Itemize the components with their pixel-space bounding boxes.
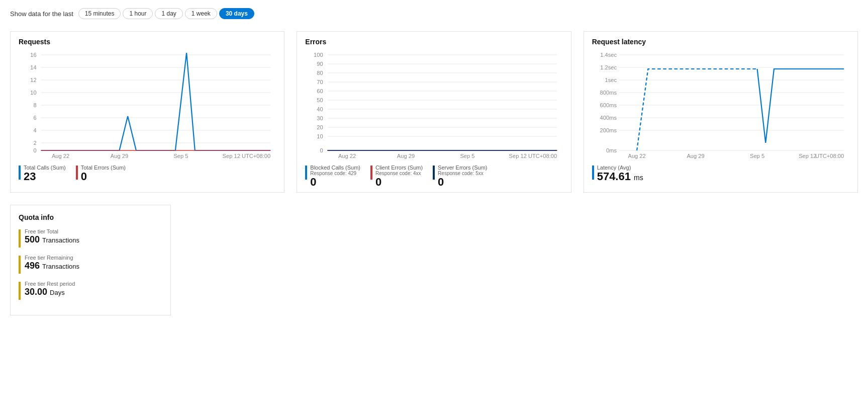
errors-title: Errors — [305, 38, 562, 46]
errors-svg: 0 10 20 30 40 50 60 70 80 90 100 Aug 22 … — [305, 50, 562, 160]
svg-text:Sep 5: Sep 5 — [173, 153, 188, 159]
time-options: 15 minutes 1 hour 1 day 1 week 30 days — [78, 8, 254, 19]
legend-label-client: Client Errors (Sum) — [375, 165, 423, 171]
svg-text:2: 2 — [33, 140, 36, 146]
legend-bar-blocked — [305, 166, 307, 180]
legend-server-errors: Server Errors (Sum) Response code: 5xx 0 — [433, 165, 487, 188]
quota-value-remaining: 496 Transactions — [25, 261, 79, 271]
svg-text:Aug 29: Aug 29 — [397, 153, 415, 159]
legend-blocked-calls: Blocked Calls (Sum) Response code: 429 0 — [305, 165, 360, 188]
topbar-label: Show data for the last — [10, 10, 73, 18]
latency-chart-area: 0ms 200ms 400ms 600ms 800ms 1sec 1.2sec … — [592, 50, 849, 160]
quota-label-total: Free tier Total — [25, 228, 79, 234]
svg-text:8: 8 — [33, 103, 36, 108]
quota-label-period: Free tier Rest period — [25, 281, 75, 287]
svg-text:10: 10 — [30, 90, 37, 96]
svg-text:70: 70 — [317, 79, 324, 85]
svg-text:UTC+08:00: UTC+08:00 — [242, 153, 270, 159]
svg-text:Sep 12: Sep 12 — [799, 153, 816, 159]
legend-bar-server — [433, 166, 435, 180]
quota-item-remaining: Free tier Remaining 496 Transactions — [19, 255, 162, 274]
legend-sublabel-client: Response code: 4xx — [375, 171, 423, 176]
svg-text:600ms: 600ms — [600, 103, 616, 108]
errors-chart-area: 0 10 20 30 40 50 60 70 80 90 100 Aug 22 … — [305, 50, 562, 160]
time-btn-30days[interactable]: 30 days — [219, 8, 254, 19]
quota-label-remaining: Free tier Remaining — [25, 255, 79, 261]
requests-title: Requests — [19, 38, 276, 46]
legend-total-errors: Total Errors (Sum) 0 — [76, 165, 126, 183]
svg-text:1.4sec: 1.4sec — [600, 52, 617, 58]
svg-text:12: 12 — [30, 77, 37, 83]
quota-value-total: 500 Transactions — [25, 234, 79, 245]
legend-value-client: 0 — [375, 176, 423, 188]
svg-text:90: 90 — [317, 61, 324, 67]
quota-panel: Quota info Free tier Total 500 Transacti… — [10, 205, 171, 315]
svg-text:UTC+08:00: UTC+08:00 — [528, 153, 557, 159]
latency-panel: Request latency 0ms 200ms 400ms 600ms 80… — [584, 31, 858, 193]
svg-text:16: 16 — [30, 52, 37, 58]
svg-text:100: 100 — [314, 52, 323, 58]
svg-text:10: 10 — [317, 134, 324, 139]
legend-total-calls: Total Calls (Sum) 23 — [19, 165, 66, 183]
time-btn-1hour[interactable]: 1 hour — [123, 8, 153, 19]
legend-latency: Latency (Avg) 574.61 ms — [592, 165, 643, 183]
svg-text:14: 14 — [30, 65, 37, 70]
requests-chart-area: 0 2 4 6 8 10 12 14 16 Aug 22 Aug 29 Sep … — [19, 50, 276, 160]
quota-title: Quota info — [19, 213, 162, 221]
svg-text:80: 80 — [317, 70, 324, 76]
svg-text:50: 50 — [317, 98, 324, 103]
errors-legend: Blocked Calls (Sum) Response code: 429 0… — [305, 165, 562, 188]
svg-text:Sep 5: Sep 5 — [460, 153, 475, 159]
legend-label-blocked: Blocked Calls (Sum) — [310, 165, 360, 171]
requests-legend: Total Calls (Sum) 23 Total Errors (Sum) … — [19, 165, 276, 183]
svg-text:6: 6 — [33, 115, 36, 121]
svg-text:Aug 29: Aug 29 — [111, 153, 128, 159]
latency-legend: Latency (Avg) 574.61 ms — [592, 165, 849, 183]
svg-text:800ms: 800ms — [600, 90, 616, 96]
legend-bar-calls — [19, 166, 21, 180]
svg-text:1.2sec: 1.2sec — [600, 65, 617, 70]
svg-text:1sec: 1sec — [605, 77, 617, 83]
svg-text:Aug 22: Aug 22 — [628, 153, 645, 159]
legend-bar-latency — [592, 166, 594, 180]
legend-bar-client — [370, 166, 372, 180]
svg-text:Sep 12: Sep 12 — [509, 153, 527, 159]
quota-bar-period — [19, 282, 21, 300]
svg-text:UTC+08:00: UTC+08:00 — [815, 153, 844, 159]
time-btn-1week[interactable]: 1 week — [185, 8, 217, 19]
quota-bar-total — [19, 229, 21, 248]
latency-title: Request latency — [592, 38, 849, 46]
legend-value-calls: 23 — [24, 171, 66, 183]
svg-text:200ms: 200ms — [600, 128, 616, 133]
svg-text:Aug 22: Aug 22 — [338, 153, 356, 159]
svg-text:0ms: 0ms — [606, 148, 617, 153]
time-btn-15min[interactable]: 15 minutes — [78, 8, 121, 19]
svg-text:Aug 22: Aug 22 — [52, 153, 69, 159]
requests-panel: Requests 0 2 4 6 8 10 12 — [10, 31, 284, 193]
legend-bar-errors — [76, 166, 78, 180]
legend-label-errors: Total Errors (Sum) — [81, 165, 126, 171]
svg-text:30: 30 — [317, 116, 324, 121]
svg-text:40: 40 — [317, 107, 324, 112]
svg-text:Sep 5: Sep 5 — [750, 153, 764, 159]
bottom-row: Quota info Free tier Total 500 Transacti… — [10, 205, 858, 315]
legend-value-latency: 574.61 ms — [597, 171, 643, 183]
legend-value-blocked: 0 — [310, 176, 360, 188]
quota-value-period: 30.00 Days — [25, 287, 75, 297]
svg-text:0: 0 — [320, 148, 323, 153]
legend-value-server: 0 — [438, 176, 487, 188]
latency-svg: 0ms 200ms 400ms 600ms 800ms 1sec 1.2sec … — [592, 50, 849, 160]
svg-text:4: 4 — [33, 128, 36, 133]
quota-item-period: Free tier Rest period 30.00 Days — [19, 281, 162, 300]
legend-label-server: Server Errors (Sum) — [438, 165, 487, 171]
svg-text:60: 60 — [317, 89, 324, 94]
legend-client-errors: Client Errors (Sum) Response code: 4xx 0 — [370, 165, 423, 188]
quota-bar-remaining — [19, 256, 21, 274]
quota-item-total: Free tier Total 500 Transactions — [19, 228, 162, 248]
legend-sublabel-blocked: Response code: 429 — [310, 171, 360, 176]
time-btn-1day[interactable]: 1 day — [155, 8, 182, 19]
svg-text:Sep 12: Sep 12 — [223, 153, 240, 159]
top-bar: Show data for the last 15 minutes 1 hour… — [10, 8, 858, 19]
requests-svg: 0 2 4 6 8 10 12 14 16 Aug 22 Aug 29 Sep … — [19, 50, 276, 160]
svg-text:0: 0 — [33, 148, 36, 153]
